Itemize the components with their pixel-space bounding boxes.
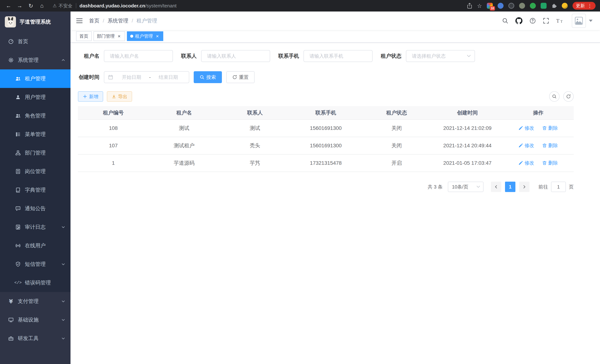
cell-mobile: 15601691300	[290, 137, 361, 154]
sidebar-item-dept-management[interactable]: 部门管理	[0, 144, 71, 162]
cell-contact: 芋艿	[219, 154, 290, 172]
delete-link[interactable]: 删除	[542, 160, 558, 166]
sidebar-item-system-management[interactable]: 系统管理	[0, 51, 71, 69]
toggle-search-button[interactable]	[549, 91, 560, 102]
delete-link[interactable]: 删除	[542, 142, 558, 149]
sidebar-item-audit-log[interactable]: 审计日志	[0, 218, 71, 236]
sidebar-item-online-users[interactable]: 在线用户	[0, 236, 71, 255]
page-number-button[interactable]: 1	[505, 182, 516, 192]
tab-home[interactable]: 首页	[76, 31, 92, 41]
prev-page-button[interactable]	[491, 182, 501, 192]
date-range-picker[interactable]: 开始日期 - 结束日期	[104, 71, 189, 83]
select-placeholder: 请选择租户状态	[412, 53, 446, 59]
extension-icon[interactable]	[530, 3, 536, 9]
help-icon[interactable]	[529, 18, 536, 24]
mobile-input[interactable]	[303, 50, 373, 62]
edit-link[interactable]: 修改	[519, 125, 534, 131]
table-row: 107 测试租户 秃头 15601691300 关闭 2021-12-14 20…	[78, 137, 574, 154]
fullscreen-icon[interactable]	[543, 18, 549, 24]
delete-link[interactable]: 删除	[542, 125, 558, 131]
online-signal-icon	[15, 243, 21, 248]
cell-tenant-id: 108	[78, 120, 149, 137]
sidebar-item-home[interactable]: 首页	[0, 32, 71, 51]
app-logo-row[interactable]: 芋道管理系统	[0, 11, 71, 32]
puzzle-extensions-icon[interactable]	[551, 3, 557, 9]
page-size-select[interactable]: 10条/页	[448, 182, 484, 192]
sidebar-item-label: 租户管理	[25, 75, 65, 82]
next-page-button[interactable]	[519, 182, 529, 192]
jump-suffix: 页	[569, 184, 574, 190]
home-button[interactable]: ⌂	[37, 1, 47, 10]
sidebar-item-role-management[interactable]: 角色管理	[0, 106, 71, 125]
tab-tenant-management[interactable]: 租户管理 ×	[127, 31, 163, 41]
reset-button[interactable]: 重置	[226, 71, 254, 83]
chevron-down-icon	[61, 318, 65, 322]
sidebar-item-menu-management[interactable]: 菜单管理	[0, 125, 71, 144]
extension-icon[interactable]	[519, 3, 525, 9]
column-header: 租户编号	[78, 106, 149, 120]
error-code-icon: </>	[15, 280, 21, 285]
browser-chrome: ← → ↻ ⌂ ⚠ 不安全 dashboard.yudao.iocoder.cn…	[0, 0, 600, 11]
sidebar-item-notice[interactable]: 通知公告	[0, 199, 71, 218]
edit-link[interactable]: 修改	[519, 160, 534, 166]
edit-link[interactable]: 修改	[519, 142, 534, 149]
tab-dept-management[interactable]: 部门管理 ×	[94, 31, 125, 41]
reload-button[interactable]: ↻	[26, 1, 36, 10]
github-icon[interactable]	[516, 17, 523, 24]
cell-contact: 秃头	[219, 137, 290, 154]
chevron-down-icon	[61, 225, 65, 229]
add-button-label: 新增	[89, 93, 98, 100]
extension-icon[interactable]	[508, 3, 514, 9]
bookmark-star-icon[interactable]: ☆	[477, 3, 482, 9]
add-button[interactable]: 新增	[78, 91, 103, 102]
sidebar-toggle-button[interactable]	[76, 18, 83, 24]
sidebar-item-dev-tools[interactable]: 研发工具	[0, 329, 71, 348]
filter-tenant-name: 租户名	[78, 50, 173, 62]
share-icon[interactable]	[467, 3, 472, 9]
contact-input[interactable]	[201, 50, 270, 62]
extension-icon[interactable]	[541, 3, 547, 9]
menu-list-icon	[15, 131, 21, 137]
jump-prefix: 前往	[538, 184, 548, 190]
breadcrumb-home[interactable]: 首页	[89, 17, 99, 24]
address-bar[interactable]: ⚠ 不安全 dashboard.yudao.iocoder.cn/system/…	[53, 3, 177, 9]
sidebar-item-tenant-management[interactable]: 租户管理	[0, 69, 71, 88]
infra-monitor-icon	[8, 317, 14, 323]
url-host: dashboard.yudao.iocoder.cn	[80, 3, 145, 9]
tenant-name-input[interactable]	[104, 50, 173, 62]
filter-status: 租户状态 请选择租户状态	[381, 50, 475, 62]
sidebar-item-error-code-management[interactable]: </> 错误码管理	[0, 273, 71, 292]
forward-button[interactable]: →	[15, 1, 25, 10]
export-button[interactable]: 导出	[107, 91, 132, 102]
close-icon[interactable]: ×	[155, 34, 160, 38]
header-search-icon[interactable]	[502, 18, 508, 24]
extension-icon[interactable]: 10	[487, 3, 493, 9]
extension-icon[interactable]	[497, 3, 504, 9]
sidebar-item-label: 角色管理	[25, 112, 65, 119]
sidebar-item-dict-management[interactable]: 字典管理	[0, 181, 71, 199]
extension-badge: 10	[490, 6, 495, 10]
profile-avatar[interactable]	[562, 3, 568, 9]
export-button-label: 导出	[118, 93, 127, 100]
font-size-icon[interactable]: TT	[556, 18, 564, 24]
sidebar-item-infrastructure[interactable]: 基础设施	[0, 311, 71, 329]
sidebar-item-user-management[interactable]: 用户管理	[0, 88, 71, 106]
column-header: 联系人	[219, 106, 290, 120]
jump-page-input[interactable]	[551, 182, 566, 192]
refresh-button[interactable]	[563, 91, 574, 102]
browser-menu-icon[interactable]: ⋮	[587, 3, 592, 8]
sidebar-item-sms-management[interactable]: 短信管理	[0, 255, 71, 273]
sidebar-item-post-management[interactable]: 岗位管理	[0, 162, 71, 181]
sidebar-item-payment-management[interactable]: ¥ 支付管理	[0, 292, 71, 311]
gear-icon	[8, 57, 14, 63]
update-button[interactable]: 更新 ⋮	[572, 2, 596, 10]
dict-book-icon	[15, 187, 21, 193]
sidebar: 芋道管理系统 首页 系统管理 租户管理 用户管理 角色	[0, 11, 71, 364]
back-button[interactable]: ←	[4, 1, 13, 10]
search-button[interactable]: 搜索	[194, 71, 222, 83]
sidebar-item-label: 支付管理	[18, 298, 59, 305]
tab-label: 部门管理	[97, 33, 115, 39]
tenant-status-select[interactable]: 请选择租户状态	[406, 50, 475, 62]
close-icon[interactable]: ×	[116, 34, 122, 38]
user-menu[interactable]	[572, 14, 593, 28]
